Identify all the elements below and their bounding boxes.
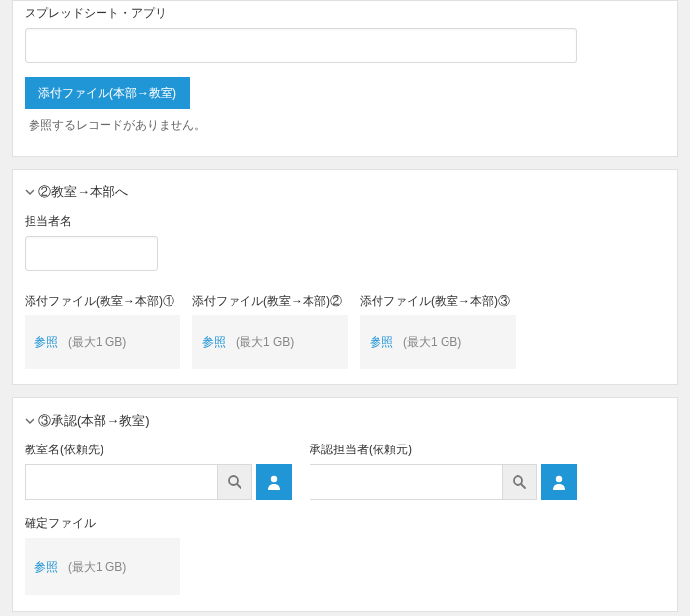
- svg-line-4: [521, 484, 525, 488]
- person-name-input[interactable]: [25, 236, 158, 271]
- dest-classroom-label: 教室名(依頼先): [25, 442, 292, 458]
- dest-classroom-input[interactable]: [25, 464, 217, 500]
- upload-col-3: 添付ファイル(教室→本部)③ 参照 (最大1 GB): [360, 293, 516, 369]
- section2-header[interactable]: ②教室→本部へ: [25, 177, 665, 213]
- upload-col-1: 添付ファイル(教室→本部)① 参照 (最大1 GB): [25, 293, 180, 369]
- approver-search-button[interactable]: [502, 464, 537, 500]
- attach-label-2: 添付ファイル(教室→本部)②: [192, 293, 348, 309]
- approver-col: 承認担当者(依頼元): [310, 442, 577, 500]
- section2-title: ②教室→本部へ: [38, 183, 128, 201]
- section-spreadsheet-app: スプレッドシート・アプリ 添付ファイル(本部→教室) 参照するレコードがありませ…: [12, 0, 678, 157]
- dest-user-button[interactable]: [256, 464, 292, 500]
- user-icon: [265, 473, 283, 491]
- search-icon: [227, 474, 242, 490]
- confirm-max-size: (最大1 GB): [68, 559, 126, 576]
- upload-col-2: 添付ファイル(教室→本部)② 参照 (最大1 GB): [192, 293, 348, 369]
- svg-line-1: [237, 484, 241, 488]
- confirm-file-label: 確定ファイル: [25, 515, 665, 532]
- dest-classroom-col: 教室名(依頼先): [25, 442, 292, 500]
- upload-box-1[interactable]: 参照 (最大1 GB): [25, 315, 180, 369]
- max-size-1: (最大1 GB): [68, 334, 126, 351]
- upload-box-2[interactable]: 参照 (最大1 GB): [192, 315, 348, 369]
- upload-box-3[interactable]: 参照 (最大1 GB): [360, 315, 516, 369]
- section-class-to-hq: ②教室→本部へ 担当者名 添付ファイル(教室→本部)① 参照 (最大1 GB) …: [12, 169, 678, 385]
- chevron-down-icon: [25, 416, 34, 426]
- section-approval: ③承認(本部→教室) 教室名(依頼先) 承認担当者(依頼元): [12, 397, 678, 612]
- max-size-2: (最大1 GB): [236, 334, 294, 351]
- approver-user-button[interactable]: [541, 464, 577, 500]
- svg-point-2: [271, 476, 277, 482]
- upload-row: 添付ファイル(教室→本部)① 参照 (最大1 GB) 添付ファイル(教室→本部)…: [25, 293, 665, 369]
- browse-link-2[interactable]: 参照: [202, 334, 226, 351]
- approver-input[interactable]: [310, 464, 502, 500]
- section3-header[interactable]: ③承認(本部→教室): [25, 406, 665, 442]
- user-icon: [550, 473, 568, 491]
- search-icon: [512, 474, 527, 490]
- browse-link-1[interactable]: 参照: [34, 334, 58, 351]
- dest-search-button[interactable]: [217, 464, 252, 500]
- section3-title: ③承認(本部→教室): [38, 412, 150, 430]
- attach-label-3: 添付ファイル(教室→本部)③: [360, 293, 516, 309]
- spreadsheet-app-label: スプレッドシート・アプリ: [25, 5, 665, 22]
- chevron-down-icon: [25, 187, 34, 197]
- spreadsheet-app-input[interactable]: [25, 28, 577, 63]
- confirm-upload-box[interactable]: 参照 (最大1 GB): [25, 538, 180, 595]
- confirm-browse-link[interactable]: 参照: [34, 559, 58, 576]
- max-size-3: (最大1 GB): [403, 334, 461, 351]
- person-name-label: 担当者名: [25, 213, 665, 230]
- no-record-message: 参照するレコードがありません。: [25, 109, 665, 140]
- svg-point-5: [556, 476, 562, 482]
- attach-label-1: 添付ファイル(教室→本部)①: [25, 293, 180, 309]
- approver-label: 承認担当者(依頼元): [310, 442, 577, 458]
- attach-hq-to-class-tab[interactable]: 添付ファイル(本部→教室): [25, 77, 190, 109]
- browse-link-3[interactable]: 参照: [370, 334, 393, 351]
